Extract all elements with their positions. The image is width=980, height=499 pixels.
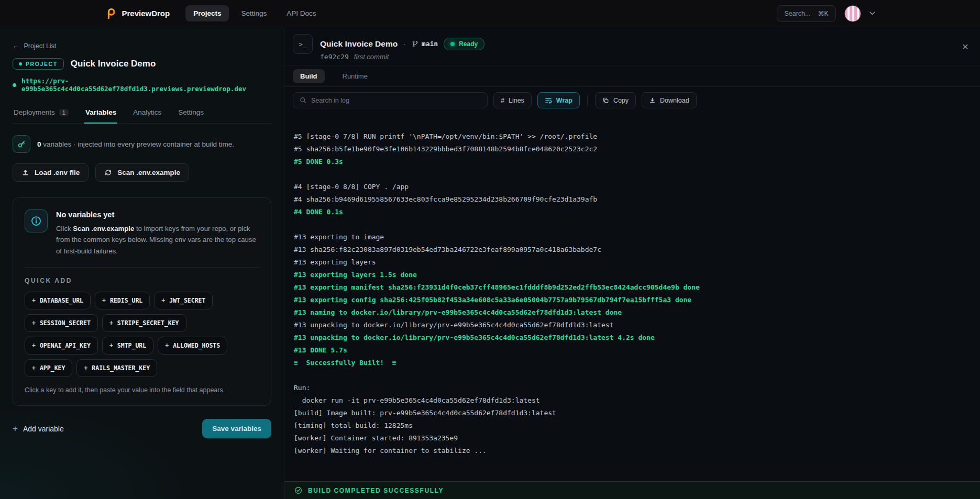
- chevron-down-icon[interactable]: [869, 12, 875, 15]
- build-log[interactable]: #5 [stage-0 7/8] RUN printf '\nPATH=/opt…: [284, 113, 980, 481]
- log-panel-header: >_ Quick Invoice Demo ·: [284, 27, 980, 65]
- main-area: ← Project List PROJECT Quick Invoice Dem…: [0, 27, 980, 499]
- variables-summary: 0 variables · injected into every previe…: [13, 135, 271, 153]
- live-dot-icon: [13, 83, 16, 87]
- scan-env-example-button[interactable]: Scan .env.example: [95, 163, 189, 182]
- deployment-title-row: Quick Invoice Demo ·: [320, 38, 485, 50]
- plus-icon: +: [32, 297, 36, 304]
- quick-add-key-database_url[interactable]: +DATABASE_URL: [25, 292, 91, 309]
- copy-button[interactable]: Copy: [595, 92, 636, 108]
- info-icon: [25, 209, 48, 232]
- save-variables-button[interactable]: Save variables: [202, 419, 271, 438]
- plus-icon: +: [32, 364, 36, 372]
- tab-analytics[interactable]: Analytics: [132, 103, 162, 124]
- terminal-icon[interactable]: >_: [293, 34, 313, 54]
- quick-add-key-allowed_hosts[interactable]: +ALLOWED_HOSTS: [158, 337, 227, 354]
- quick-add-key-redis_url[interactable]: +REDIS_URL: [95, 292, 150, 309]
- project-title: Quick Invoice Demo: [71, 59, 156, 69]
- log-search-box: [293, 92, 488, 108]
- log-line: [294, 168, 967, 181]
- navbar-container: PreviewDrop Projects Settings API Docs S…: [101, 0, 879, 27]
- log-line: #13 naming to docker.io/library/prv-e99b…: [294, 306, 967, 319]
- log-line: #13 unpacking to docker.io/library/prv-e…: [294, 331, 967, 344]
- variables-count: 0: [37, 140, 41, 148]
- add-variable-button[interactable]: + Add variable: [13, 424, 64, 433]
- quick-add-key-openai_api_key[interactable]: +OPENAI_API_KEY: [25, 337, 98, 354]
- sidebar-footer: + Add variable Save variables: [13, 419, 271, 438]
- nav-item-api-docs[interactable]: API Docs: [279, 5, 324, 21]
- log-line: #5 DONE 0.3s: [294, 156, 967, 168]
- download-icon: [649, 97, 656, 104]
- quick-add-key-stripe_secret_key[interactable]: +STRIPE_SECRET_KEY: [102, 314, 186, 332]
- empty-state-body: Click Scan .env.example to import keys f…: [56, 223, 259, 257]
- plus-icon: +: [32, 342, 36, 349]
- previewdrop-logo-icon: [105, 8, 117, 19]
- tab-settings-label: Settings: [178, 108, 204, 116]
- nav-items: Projects Settings API Docs: [185, 5, 324, 21]
- preview-url-link[interactable]: https://prv-e99b5e365c4c4d0ca55d62ef78df…: [21, 77, 271, 93]
- copy-label: Copy: [613, 97, 629, 104]
- tab-deployments-label: Deployments: [14, 108, 55, 116]
- tab-analytics-label: Analytics: [133, 108, 161, 116]
- plus-icon: +: [165, 342, 169, 349]
- wrap-label: Wrap: [556, 97, 572, 104]
- load-env-file-button[interactable]: Load .env file: [13, 163, 89, 182]
- plus-icon: +: [84, 364, 87, 372]
- tab-variables-label: Variables: [85, 108, 116, 116]
- nav-item-projects[interactable]: Projects: [185, 5, 229, 21]
- lines-label: Lines: [509, 97, 524, 104]
- download-label: Download: [660, 97, 689, 104]
- refresh-icon: [104, 169, 112, 176]
- quick-add-key-app_key[interactable]: +APP_KEY: [25, 359, 72, 377]
- plus-icon: +: [32, 319, 36, 327]
- quick-add-key-session_secret[interactable]: +SESSION_SECRET: [25, 314, 98, 332]
- branch-label: main: [422, 40, 438, 48]
- tab-runtime[interactable]: Runtime: [335, 69, 375, 83]
- quick-add-key-smtp_url[interactable]: +SMTP_URL: [102, 337, 153, 354]
- wrap-icon: [545, 97, 552, 104]
- git-branch-icon: [412, 40, 419, 48]
- log-line: #4 DONE 0.1s: [294, 206, 967, 218]
- empty-state-row: No variables yet Click Scan .env.example…: [25, 209, 259, 257]
- log-line: #13 DONE 5.7s: [294, 344, 967, 357]
- close-panel-button[interactable]: ×: [962, 41, 968, 52]
- tab-variables[interactable]: Variables: [84, 103, 117, 124]
- back-to-project-list-link[interactable]: ← Project List: [13, 42, 56, 50]
- lines-toggle-button[interactable]: # Lines: [493, 92, 532, 108]
- back-label: Project List: [24, 42, 57, 50]
- log-line: [worker] Container started: 891353a235e9: [294, 432, 967, 445]
- plus-icon: +: [161, 297, 165, 304]
- log-tabs: Build Runtime: [284, 65, 980, 87]
- log-search-input[interactable]: [311, 97, 481, 104]
- scan-env-label: Scan .env.example: [117, 169, 180, 176]
- commit-hash: fe92c29: [320, 53, 349, 61]
- nav-item-settings[interactable]: Settings: [233, 5, 274, 21]
- log-toolbar: # Lines Wrap Copy: [284, 87, 980, 113]
- log-line: #13 exporting to image: [294, 231, 967, 243]
- global-search-button[interactable]: Search... ⌘K: [777, 5, 835, 22]
- badge-dot-icon: [19, 62, 22, 65]
- arrow-left-icon: ←: [13, 42, 19, 50]
- sidebar-tabs: Deployments 1 Variables Analytics Settin…: [13, 103, 271, 124]
- navbar-right: Search... ⌘K: [777, 5, 875, 22]
- variables-summary-suffix: variables · injected into every preview …: [43, 140, 234, 148]
- plus-icon: +: [102, 297, 106, 304]
- tab-build[interactable]: Build: [293, 69, 325, 83]
- tab-deployments[interactable]: Deployments 1: [13, 103, 70, 124]
- variables-summary-text: 0 variables · injected into every previe…: [37, 140, 234, 148]
- brand[interactable]: PreviewDrop: [105, 8, 170, 19]
- log-line: Run:: [294, 382, 967, 394]
- tab-settings[interactable]: Settings: [177, 103, 205, 124]
- preview-url-row: https://prv-e99b5e365c4c4d0ca55d62ef78df…: [13, 77, 271, 93]
- wrap-toggle-button[interactable]: Wrap: [537, 92, 580, 108]
- search-shortcut-kbd: ⌘K: [818, 10, 828, 17]
- build-status-bar: BUILD COMPLETED SUCCESSFULLY: [284, 481, 980, 499]
- avatar[interactable]: [844, 5, 861, 22]
- download-button[interactable]: Download: [642, 92, 697, 108]
- log-line: #13 exporting config sha256:425f05b82f45…: [294, 294, 967, 306]
- quick-add-key-rails_master_key[interactable]: +RAILS_MASTER_KEY: [76, 359, 157, 377]
- status-label: Ready: [459, 40, 478, 48]
- quick-add-key-jwt_secret[interactable]: +JWT_SECRET: [154, 292, 213, 309]
- add-variable-label: Add variable: [23, 425, 64, 433]
- log-line: [294, 369, 967, 382]
